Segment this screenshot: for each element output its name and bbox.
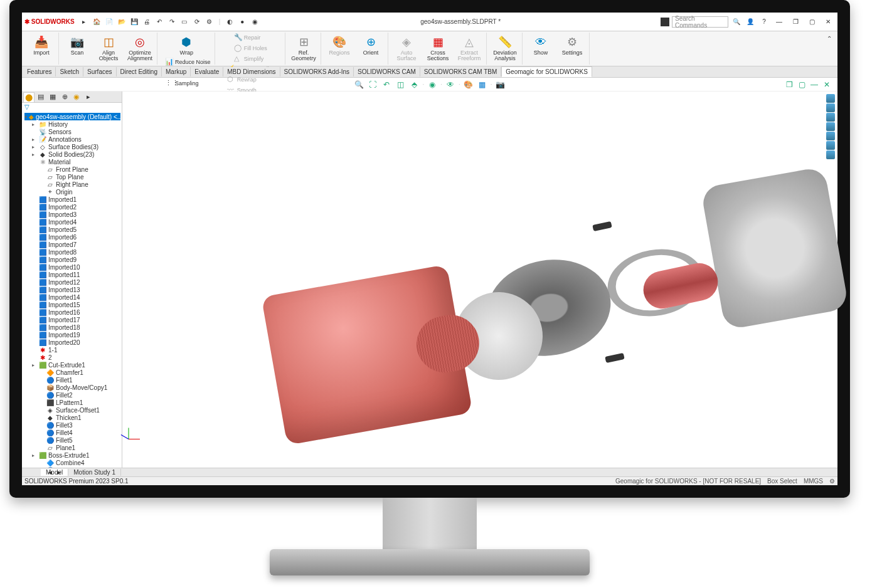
tab-evaluate[interactable]: Evaluate — [191, 67, 223, 76]
wrap-button[interactable]: ⬢Wrap — [172, 33, 201, 57]
scene-icon[interactable]: ◉ — [249, 16, 260, 28]
cross-sections-button[interactable]: ▦Cross Sections — [423, 33, 452, 63]
hud-btn-6-icon[interactable] — [826, 141, 835, 150]
new-icon[interactable]: 📄 — [104, 16, 115, 28]
rebuild-icon[interactable]: ⟳ — [191, 16, 203, 28]
tree-node[interactable]: ▸📁History — [24, 120, 120, 128]
zoom-area-icon[interactable]: ⛶ — [367, 79, 378, 90]
tab-features[interactable]: Features — [23, 67, 56, 76]
reduce-noise-button[interactable]: 📊Reduce Noise — [164, 57, 212, 67]
tree-tab-config-icon[interactable]: ▦ — [47, 92, 58, 102]
tab-sketch[interactable]: Sketch — [56, 67, 83, 76]
section-view-icon[interactable]: ◫ — [395, 79, 406, 90]
align-objects-button[interactable]: ◫Align Objects — [94, 33, 123, 63]
save-icon[interactable]: 💾 — [129, 16, 140, 28]
scan-button[interactable]: 📷Scan — [63, 33, 92, 63]
doc-max-icon[interactable]: ▢ — [796, 79, 807, 90]
appearance-icon[interactable]: ● — [236, 16, 248, 28]
btab-right-icon[interactable]: ► — [53, 467, 65, 478]
hud-btn-7-icon[interactable] — [826, 150, 835, 159]
tree-node[interactable]: 🟦Imported16 — [24, 308, 120, 316]
display-icon[interactable]: ◐ — [224, 16, 235, 28]
tree-node[interactable]: ◆Thicken1 — [24, 414, 120, 421]
tree-root[interactable]: ▾◆geo4sw-assembly (Default) <... — [24, 113, 120, 120]
tree-node[interactable]: 🟦Imported6 — [24, 233, 120, 241]
doc-min-icon[interactable]: ❐ — [784, 79, 795, 90]
tree-node[interactable]: ▸🟩Boss-Extrude1 — [24, 451, 120, 459]
search-input[interactable]: Search Commands — [672, 16, 728, 28]
open-icon[interactable]: 📂 — [116, 16, 127, 28]
tree-node[interactable]: 🟦Imported20 — [24, 339, 120, 346]
tree-node[interactable]: 🔵Fillet5 — [24, 436, 120, 444]
options-icon[interactable]: ⚙ — [204, 16, 215, 28]
sampling-button[interactable]: ⋮⋮Sampling — [164, 78, 212, 88]
tree-node[interactable]: ▱Right Plane — [24, 181, 120, 188]
tree-node[interactable]: ▱Plane1 — [24, 444, 120, 451]
tree-node[interactable]: ✱2 — [24, 354, 120, 361]
simplify-button[interactable]: △Simplify — [233, 54, 268, 64]
tree-node[interactable]: 🟦Imported7 — [24, 241, 120, 248]
hud-btn-3-icon[interactable] — [826, 113, 835, 122]
tree-node[interactable]: 🔵Fillet4 — [24, 429, 120, 436]
view-settings-icon[interactable]: 📷 — [495, 79, 506, 90]
view-orientation-icon[interactable]: ⬘ — [408, 79, 420, 90]
tree-node[interactable]: ✱1-1 — [24, 346, 120, 354]
home-icon[interactable]: 🏠 — [91, 16, 102, 28]
tree-node[interactable]: 📦Body-Move/Copy1 — [24, 384, 120, 391]
tree-tab-feature-icon[interactable]: ⬤ — [23, 92, 35, 102]
tree-node[interactable]: ▱Front Plane — [24, 165, 120, 173]
show-button[interactable]: 👁Show — [526, 33, 555, 57]
tree-node[interactable]: 🟦Imported17 — [24, 316, 120, 323]
tree-node[interactable]: 🔵Fillet6 — [24, 466, 120, 468]
tree-node[interactable]: 🔵Fillet3 — [24, 421, 120, 429]
tree-tab-dimxpert-icon[interactable]: ⊕ — [59, 92, 70, 102]
tree-node[interactable]: 🟦Imported5 — [24, 226, 120, 233]
feature-tree[interactable]: ▾◆geo4sw-assembly (Default) <...▸📁Histor… — [22, 112, 122, 468]
tree-node[interactable]: 🟦Imported1 — [24, 196, 120, 203]
tab-markup[interactable]: Markup — [162, 67, 191, 76]
tree-node[interactable]: 🟦Imported15 — [24, 301, 120, 308]
tree-node[interactable]: 🟦Imported13 — [24, 286, 120, 293]
tab-solidworks-add-ins[interactable]: SOLIDWORKS Add-Ins — [280, 67, 354, 76]
login-icon[interactable]: 👤 — [745, 16, 756, 28]
tree-node[interactable]: ◈Surface-Offset1 — [24, 406, 120, 414]
tree-filter[interactable]: ▽ — [22, 103, 122, 112]
tree-tab-property-icon[interactable]: ▤ — [35, 92, 46, 102]
tree-node[interactable]: ⬛LPattern1 — [24, 399, 120, 406]
optimize-alignment-button[interactable]: ◎Optimize Alignment — [125, 33, 154, 63]
tree-node[interactable]: ⚛Material — [24, 158, 120, 165]
tab-geomagic-for-solidworks[interactable]: Geomagic for SOLIDWORKS — [501, 66, 592, 77]
fill-holes-button[interactable]: ◯Fill Holes — [233, 43, 268, 53]
orient-button[interactable]: ⊕Orient — [356, 33, 385, 57]
tab-solidworks-cam-tbm[interactable]: SOLIDWORKS CAM TBM — [420, 67, 502, 76]
hud-btn-4-icon[interactable] — [826, 122, 835, 131]
extract-freeform-button[interactable]: ◬Extract Freeform — [455, 33, 484, 63]
doc-menu-icon[interactable]: — — [809, 79, 820, 90]
select-icon[interactable]: ▭ — [179, 16, 190, 28]
close-icon[interactable]: ✕ — [821, 16, 835, 28]
orientation-triad[interactable] — [126, 426, 142, 443]
tab-surfaces[interactable]: Surfaces — [83, 67, 116, 76]
tree-node[interactable]: ▸◇Surface Bodies(3) — [24, 143, 120, 150]
tab-mbd-dimensions[interactable]: MBD Dimensions — [223, 67, 280, 76]
tree-node[interactable]: 🟦Imported14 — [24, 293, 120, 301]
hud-compass-icon[interactable] — [826, 94, 835, 103]
tab-direct-editing[interactable]: Direct Editing — [117, 67, 162, 76]
edit-appearance-icon[interactable]: 🎨 — [463, 79, 474, 90]
tree-node[interactable]: 🟦Imported4 — [24, 218, 120, 226]
display-style-icon[interactable]: ◉ — [427, 79, 438, 90]
prev-view-icon[interactable]: ↶ — [381, 79, 392, 90]
redo-icon[interactable]: ↷ — [166, 16, 178, 28]
tree-node[interactable]: 🟦Imported11 — [24, 271, 120, 278]
hud-btn-5-icon[interactable] — [826, 132, 835, 140]
undo-icon[interactable]: ↶ — [154, 16, 165, 28]
settings-button[interactable]: ⚙Settings — [558, 33, 587, 57]
restore-icon[interactable]: ❐ — [789, 16, 802, 28]
tree-node[interactable]: ▸📝Annotations — [24, 135, 120, 143]
import-button[interactable]: 📥Import — [27, 33, 56, 57]
zoom-fit-icon[interactable]: 🔍 — [353, 79, 364, 90]
hud-btn-2-icon[interactable] — [826, 103, 835, 112]
tree-node[interactable]: 🟦Imported8 — [24, 248, 120, 256]
tree-node[interactable]: 🟦Imported10 — [24, 263, 120, 271]
repair-button[interactable]: 🔧Repair — [233, 33, 268, 43]
